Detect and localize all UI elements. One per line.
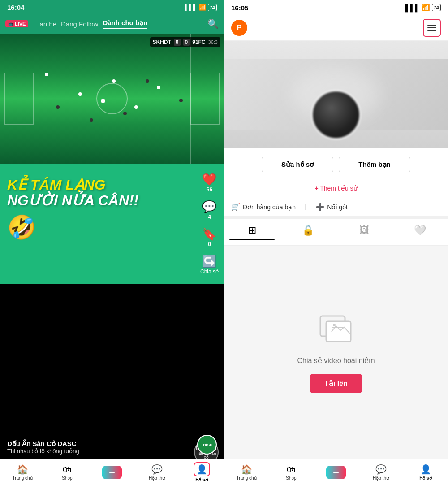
- p-letter: P: [237, 24, 242, 32]
- inbox-label: Hộp thư: [373, 476, 389, 481]
- nav-inbox[interactable]: 💬 Hộp thư: [134, 459, 179, 485]
- right-nav-home[interactable]: 🏠 Trang chủ: [224, 459, 269, 485]
- profile-tabs: ⊞ 🔒 🖼 🤍: [224, 219, 448, 246]
- shop-icon: 🛍: [63, 464, 72, 475]
- tab-ban-be[interactable]: …an bè: [33, 20, 56, 28]
- left-nav: 📺 LIVE …an bè Đang Follow Dành cho bạn 🔍: [0, 15, 224, 34]
- search-icon[interactable]: 🔍: [207, 18, 219, 29]
- content-area: KẺ TÁM LẠNG NGƯỜI NỬA CÂN!! 🤣 ❤️ 66 💬 4 …: [0, 164, 224, 284]
- profile-cover: [224, 41, 448, 148]
- live-badge[interactable]: 📺 LIVE: [5, 20, 28, 27]
- nav-create[interactable]: +: [90, 459, 134, 485]
- right-time: 16:05: [231, 4, 248, 12]
- video-text: KẺ TÁM LẠNG NGƯỜI NỬA CÂN!! 🤣: [0, 164, 195, 284]
- separator: |: [305, 203, 306, 211]
- bookmark-icon: 🔖: [202, 227, 216, 241]
- score-overlay: SKHDT 0 0 91FC 36:3: [150, 37, 220, 47]
- noi-got-label: Nối gót: [327, 204, 348, 211]
- right-bottom-nav: 🏠 Trang chủ 🛍 Shop + 💬 Hộp thư 👤 Hồ sơ: [224, 459, 448, 485]
- plus-circle-icon: ➕: [315, 203, 324, 211]
- big-text-line2: NGƯỜI NỬA CÂN!!: [7, 193, 188, 208]
- plus-icon: +: [333, 466, 339, 479]
- add-friend-button[interactable]: Thêm bạn: [339, 156, 410, 173]
- bookmark-action[interactable]: 🔖 0: [202, 227, 216, 247]
- right-nav-profile[interactable]: 👤 Hồ sơ: [403, 459, 448, 485]
- hamburger-icon: [427, 25, 436, 31]
- nav-profile[interactable]: 👤 Hồ sơ: [179, 459, 224, 485]
- right-battery: 74: [432, 4, 441, 11]
- empty-state-icon: [318, 312, 354, 349]
- right-status-bar: 16:05 ▌▌▌ 📶 74: [224, 0, 448, 15]
- inbox-label: Hộp thư: [149, 476, 165, 481]
- share-action[interactable]: ↪️ Chia sẻ: [200, 255, 219, 275]
- score1: 0: [174, 39, 181, 46]
- bottom-info: Dấu Ấn Sân Cỏ DASC Thi nhau bỏ lỡ không …: [0, 431, 224, 458]
- lock-icon: 🔒: [302, 225, 314, 236]
- emoji-sticker: 🤣: [7, 214, 188, 241]
- profile-icon: 👤: [420, 464, 431, 475]
- bio-section: + Thêm tiểu sử: [224, 181, 448, 198]
- left-time: 16:04: [7, 4, 24, 11]
- nav-home[interactable]: 🏠 Trang chủ: [0, 459, 45, 485]
- orders-link[interactable]: 🛒 Đơn hàng của bạn: [231, 203, 296, 211]
- hamburger-line-1: [427, 25, 436, 26]
- left-bottom-nav: 🏠 Trang chủ 🛍 Shop + 💬 Hộp thư 👤 Hồ sơ: [0, 459, 224, 485]
- like-count: 66: [207, 186, 212, 193]
- tab-grid[interactable]: ⊞: [224, 219, 280, 245]
- right-nav-create[interactable]: +: [314, 459, 358, 485]
- like-action[interactable]: ❤️ 66: [202, 173, 216, 193]
- tab-liked[interactable]: 🤍: [392, 219, 448, 245]
- right-panel: 16:05 ▌▌▌ 📶 74 P Sửa hồ sơ Thêm bạn: [224, 0, 448, 485]
- edit-profile-button[interactable]: Sửa hồ sơ: [262, 156, 333, 173]
- tab-locked[interactable]: 🔒: [280, 219, 336, 245]
- right-signal-icon: ▌▌▌: [405, 4, 420, 12]
- right-nav-inbox[interactable]: 💬 Hộp thư: [358, 459, 403, 485]
- video-container: SKHDT 0 0 91FC 36:3 D★SC DẤU ẤN SÂN CỎ +…: [0, 34, 224, 485]
- right-nav-shop[interactable]: 🛍 Shop: [269, 459, 314, 485]
- svg-point-3: [333, 324, 336, 326]
- profile-avatar-large: [311, 90, 361, 139]
- cart-icon: 🛒: [231, 203, 240, 211]
- field-lines: [0, 34, 224, 164]
- plus-icon: +: [109, 466, 115, 479]
- comment-count: 4: [208, 214, 211, 220]
- hamburger-menu-button[interactable]: [423, 19, 441, 37]
- create-plus-button[interactable]: +: [326, 466, 346, 479]
- inbox-icon: 💬: [375, 464, 387, 475]
- team1-name: SKHDT: [153, 39, 171, 45]
- tab-gallery[interactable]: 🖼: [336, 219, 392, 245]
- tab-danh-cho-ban[interactable]: Dành cho bạn: [103, 19, 147, 29]
- football-field: [0, 34, 224, 164]
- heart-outline-icon: 🤍: [414, 225, 426, 236]
- p-avatar: P: [231, 20, 247, 36]
- nav-shop[interactable]: 🛍 Shop: [45, 459, 90, 485]
- comment-action[interactable]: 💬 4: [202, 200, 216, 220]
- share-label: Chia sẻ: [200, 268, 219, 275]
- noi-got-link[interactable]: ➕ Nối gót: [315, 203, 348, 211]
- svg-rect-1: [326, 321, 351, 342]
- share-icon: ↪️: [202, 255, 216, 268]
- profile-label: Hồ sơ: [419, 476, 432, 481]
- create-plus-button[interactable]: +: [102, 466, 122, 479]
- score2: 0: [183, 39, 190, 46]
- home-icon: 🏠: [17, 464, 28, 475]
- channel-info: Dấu Ấn Sân Cỏ DASC Thi nhau bỏ lỡ không …: [7, 440, 79, 455]
- avatar-inner: D★SC: [198, 436, 216, 454]
- tab-dang-follow[interactable]: Đang Follow: [61, 20, 98, 28]
- home-label: Trang chủ: [12, 476, 32, 481]
- inbox-icon: 💬: [151, 464, 163, 475]
- profile-tab-highlighted: 👤: [194, 462, 210, 476]
- signal-icon: ▌▌▌: [185, 4, 197, 11]
- grid-icon: ⊞: [248, 225, 256, 236]
- home-label: Trang chủ: [236, 476, 256, 481]
- add-bio-button[interactable]: + Thêm tiểu sử: [314, 185, 357, 192]
- shop-icon: 🛍: [287, 464, 296, 475]
- hamburger-line-3: [427, 30, 436, 31]
- quick-links: 🛒 Đơn hàng của bạn | ➕ Nối gót: [224, 198, 448, 219]
- channel-avatar[interactable]: D★SC: [197, 435, 217, 455]
- channel-name: Dấu Ấn Sân Cỏ DASC: [7, 440, 79, 448]
- plus-icon: +: [314, 185, 318, 192]
- upload-button[interactable]: Tải lên: [310, 374, 362, 393]
- big-text-line1: KẺ TÁM LẠNG: [7, 177, 188, 193]
- shop-label: Shop: [286, 476, 296, 481]
